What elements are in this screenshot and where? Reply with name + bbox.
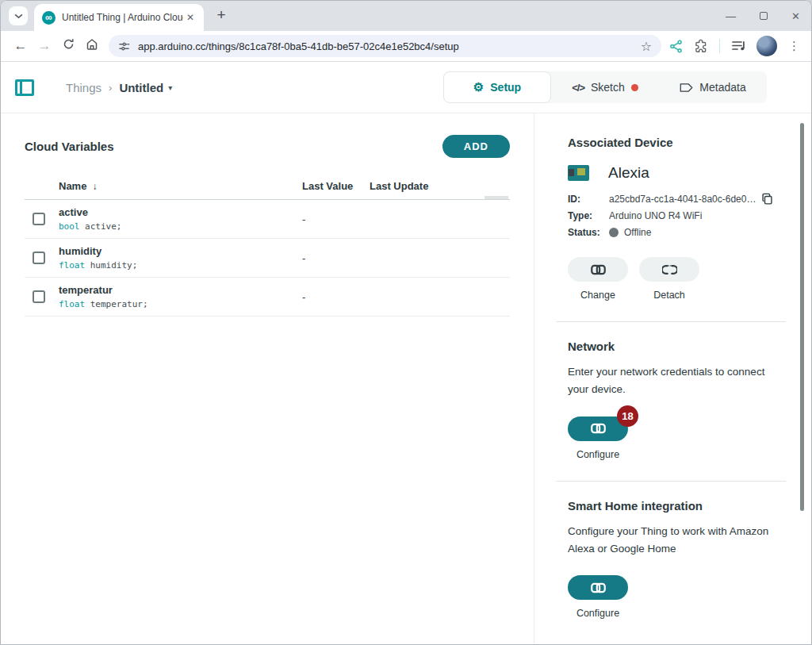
associated-device-title: Associated Device	[568, 136, 811, 149]
smart-home-description: Configure your Thing to work with Amazon…	[568, 523, 772, 559]
tab-sketch-label: Sketch	[591, 81, 625, 94]
device-type-value: Arduino UNO R4 WiFi	[609, 210, 702, 221]
configure-smart-home-label: Configure	[576, 608, 619, 619]
browser-window: ∞ Untitled Thing | Arduino Cloud ✕ + — ✕…	[0, 0, 812, 645]
variable-name[interactable]: humidity	[59, 245, 102, 257]
maximize-button[interactable]	[760, 12, 768, 20]
variable-declaration: float humidity;	[59, 260, 137, 271]
table-scrollbar-stub[interactable]	[485, 196, 508, 199]
browser-tab[interactable]: ∞ Untitled Thing | Arduino Cloud ✕	[34, 4, 204, 31]
bookmark-star-icon[interactable]: ☆	[641, 39, 652, 54]
code-icon: </>	[572, 82, 584, 94]
browser-toolbar: ← → app.arduino.cc/things/8c1ca78f-0ba5-…	[1, 31, 811, 62]
page-scrollbar-thumb[interactable]	[800, 123, 804, 511]
device-id-value: a25cbd7a-cc1a-4041-8a0c-6de0…	[609, 194, 756, 205]
sidebar-toggle-icon[interactable]	[15, 79, 34, 96]
variable-declaration: bool active;	[59, 221, 121, 232]
network-section: Network Enter your network credentials t…	[568, 340, 811, 460]
smart-home-section: Smart Home integration Configure your Th…	[568, 499, 811, 620]
new-tab-button[interactable]: +	[212, 6, 231, 24]
detach-device-label: Detach	[653, 290, 685, 301]
variable-declaration: float temperatur;	[59, 299, 148, 309]
site-settings-icon[interactable]	[118, 40, 130, 52]
arduino-cloud-app: Things › Untitled ▾ ⚙ Setup </> Sketch M…	[1, 62, 811, 644]
copy-icon	[761, 193, 773, 205]
network-description: Enter your network credentials to connec…	[568, 363, 772, 399]
tag-icon	[680, 83, 693, 93]
table-header-row: Name ↓ Last Value Last Update	[25, 180, 510, 200]
column-header-last-update: Last Update	[370, 180, 510, 192]
arduino-favicon-icon: ∞	[42, 11, 56, 25]
tab-setup-label: Setup	[490, 81, 521, 94]
column-header-name[interactable]: Name	[59, 180, 86, 192]
variable-name[interactable]: temperatur	[59, 284, 113, 296]
last-value-cell: -	[302, 252, 370, 264]
copy-id-button[interactable]	[761, 193, 773, 205]
last-value-cell: -	[302, 291, 370, 303]
device-status-label: Status:	[568, 227, 609, 238]
link-off-icon	[662, 264, 677, 275]
table-row: temperatur float temperatur; -	[25, 278, 510, 317]
network-title: Network	[568, 340, 811, 353]
browser-tab-title: Untitled Thing | Arduino Cloud	[62, 12, 183, 23]
column-header-last-value: Last Value	[302, 180, 370, 192]
window-controls: — ✕	[726, 1, 800, 31]
forward-button[interactable]: →	[33, 38, 56, 54]
breadcrumb: Things › Untitled ▾	[66, 81, 172, 94]
table-row: humidity float humidity; -	[25, 239, 510, 278]
offline-status-dot	[609, 228, 619, 237]
breadcrumb-thing-name[interactable]: Untitled	[119, 81, 163, 94]
share-icon[interactable]	[669, 40, 683, 53]
close-window-button[interactable]: ✕	[791, 11, 800, 21]
sort-descending-icon[interactable]: ↓	[92, 181, 97, 192]
tab-close-icon[interactable]: ✕	[183, 10, 197, 25]
page-title: Cloud Variables	[25, 140, 114, 153]
detach-device-button[interactable]	[639, 257, 699, 282]
reload-button[interactable]	[56, 38, 80, 54]
change-device-button[interactable]	[568, 257, 628, 282]
variables-table: Name ↓ Last Value Last Update active boo…	[25, 180, 510, 317]
thing-tabs: ⚙ Setup </> Sketch Metadata	[443, 71, 767, 103]
smart-home-title: Smart Home integration	[568, 499, 811, 513]
back-button[interactable]: ←	[9, 38, 33, 54]
section-divider	[556, 481, 786, 482]
browser-tab-strip: ∞ Untitled Thing | Arduino Cloud ✕ + — ✕	[1, 1, 811, 31]
reload-icon	[63, 38, 75, 50]
toolbar-separator	[719, 39, 720, 53]
tab-sketch[interactable]: </> Sketch	[551, 71, 659, 103]
extensions-icon[interactable]	[694, 39, 708, 53]
link-icon	[591, 264, 606, 275]
row-checkbox[interactable]	[33, 290, 45, 303]
profile-avatar[interactable]	[756, 36, 777, 56]
content: Cloud Variables ADD Name ↓ Last Value La…	[1, 113, 811, 643]
device-type-label: Type:	[568, 210, 609, 221]
configure-smart-home-button[interactable]	[568, 575, 628, 600]
tab-setup[interactable]: ⚙ Setup	[443, 71, 551, 103]
browser-menu-button[interactable]: ⋮	[788, 39, 800, 53]
device-name: Alexia	[608, 164, 649, 182]
last-value-cell: -	[302, 213, 370, 225]
media-queue-icon[interactable]	[731, 40, 745, 52]
home-button[interactable]	[80, 38, 104, 55]
link-icon	[591, 582, 606, 593]
row-checkbox[interactable]	[33, 251, 45, 264]
breadcrumb-things[interactable]: Things	[66, 81, 102, 94]
section-divider	[556, 321, 786, 322]
cloud-variables-panel: Cloud Variables ADD Name ↓ Last Value La…	[1, 113, 534, 643]
url-bar[interactable]: app.arduino.cc/things/8c1ca78f-0ba5-41db…	[109, 35, 661, 57]
device-board-thumbnail	[568, 165, 589, 181]
associated-device-section: Associated Device Alexia ID: a25cbd7a-cc…	[568, 136, 811, 301]
breadcrumb-separator: ›	[109, 82, 112, 94]
configure-network-label: Configure	[576, 449, 619, 460]
add-variable-button[interactable]: ADD	[442, 135, 510, 158]
toolbar-right: ⋮	[666, 36, 803, 56]
thing-name-caret-icon[interactable]: ▾	[168, 83, 172, 92]
row-checkbox[interactable]	[33, 213, 45, 225]
tab-search-button[interactable]	[9, 6, 28, 25]
tab-metadata[interactable]: Metadata	[659, 71, 767, 103]
app-header: Things › Untitled ▾ ⚙ Setup </> Sketch M…	[1, 62, 811, 113]
variable-name[interactable]: active	[59, 206, 88, 218]
tab-metadata-label: Metadata	[699, 81, 745, 94]
minimize-button[interactable]: —	[726, 11, 736, 21]
url-text[interactable]: app.arduino.cc/things/8c1ca78f-0ba5-41db…	[138, 40, 641, 52]
